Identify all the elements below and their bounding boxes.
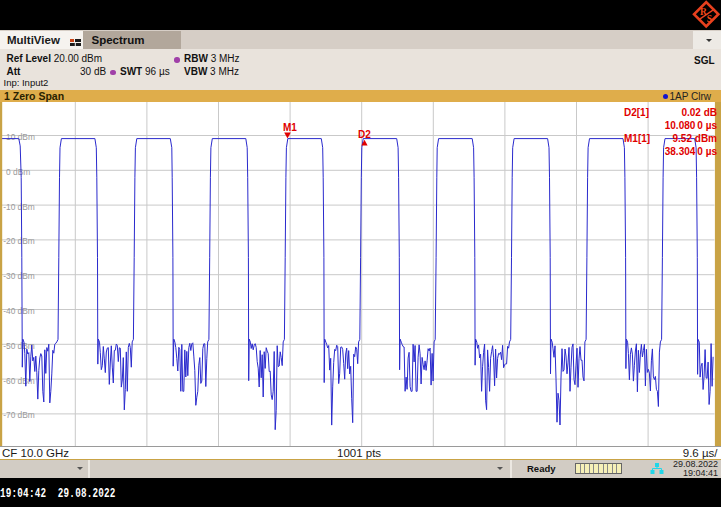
- svg-text:-20 dBm: -20 dBm: [3, 236, 35, 246]
- svg-text:D2: D2: [358, 129, 371, 140]
- svg-text:D2[1]: D2[1]: [624, 107, 649, 118]
- svg-text:-70 dBm: -70 dBm: [3, 410, 35, 420]
- svg-text:0.02 dB: 0.02 dB: [681, 107, 717, 118]
- svg-text:9.52 dBm: 9.52 dBm: [673, 133, 718, 144]
- svg-text:0 dBm: 0 dBm: [6, 167, 30, 177]
- svg-text:S: S: [707, 14, 712, 24]
- svg-text:10.080 0 µs: 10.080 0 µs: [665, 120, 718, 131]
- svg-text:M1[1]: M1[1]: [624, 133, 650, 144]
- svg-text:M1: M1: [283, 122, 297, 133]
- svg-text:10 dBm: 10 dBm: [6, 132, 35, 142]
- svg-text:-10 dBm: -10 dBm: [3, 202, 35, 212]
- svg-text:-50 dBm: -50 dBm: [3, 341, 35, 351]
- svg-text:-30 dBm: -30 dBm: [3, 271, 35, 281]
- svg-text:-40 dBm: -40 dBm: [3, 306, 35, 316]
- svg-text:38.304 0 µs: 38.304 0 µs: [665, 146, 718, 157]
